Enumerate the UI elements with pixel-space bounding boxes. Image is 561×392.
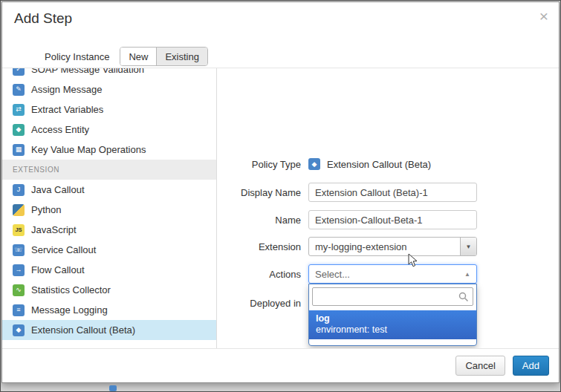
- chevron-up-icon: ▲: [464, 271, 470, 278]
- page-title: Add Step: [14, 10, 72, 27]
- policy-type-value: Extension Callout (Beta): [327, 159, 431, 170]
- policy-type-list: ✓ SOAP Message Validation ✎ Assign Messa…: [2, 68, 217, 348]
- policy-form: Policy Type ◆ Extension Callout (Beta) D…: [218, 134, 559, 314]
- sidebar-item-soap-message-validation[interactable]: ✓ SOAP Message Validation: [2, 68, 216, 79]
- sidebar-item-python[interactable]: Python: [2, 200, 216, 220]
- display-name-label: Display Name: [218, 187, 301, 198]
- key-value-map-icon: ▦: [13, 144, 25, 156]
- statistics-collector-icon: ∿: [13, 284, 25, 296]
- sidebar-item-label: Assign Message: [31, 84, 102, 95]
- name-field[interactable]: [308, 210, 477, 229]
- policy-type-icon: ◆: [308, 158, 320, 170]
- sidebar-item-javascript[interactable]: JS JavaScript: [2, 220, 216, 240]
- sidebar-item-label: Statistics Collector: [31, 284, 111, 295]
- background-page-icon: [109, 385, 117, 391]
- modal-content: ✓ SOAP Message Validation ✎ Assign Messa…: [2, 68, 559, 348]
- policy-instance-toggle: New Existing: [120, 47, 208, 66]
- sidebar-item-label: JavaScript: [31, 224, 77, 235]
- action-option-title: log: [316, 313, 470, 324]
- sidebar-item-label: Key Value Map Operations: [31, 144, 146, 155]
- extract-variables-icon: ⇄: [13, 104, 25, 116]
- extension-section-header: EXTENSION: [2, 160, 216, 180]
- add-button[interactable]: Add: [513, 356, 549, 376]
- extension-label: Extension: [218, 241, 301, 252]
- sidebar-item-label: Message Logging: [31, 304, 108, 316]
- sidebar-item-label: Extract Variables: [31, 104, 103, 115]
- action-option-subtitle: environment: test: [316, 324, 470, 336]
- modal-footer: Cancel Add: [2, 348, 559, 382]
- name-label: Name: [218, 215, 301, 226]
- sidebar-item-label: Python: [31, 204, 61, 215]
- policy-instance-row: Policy Instance New Existing: [45, 47, 208, 66]
- tab-new[interactable]: New: [120, 48, 156, 65]
- actions-select[interactable]: Select... ▲: [308, 264, 477, 284]
- sidebar-item-flow-callout[interactable]: → Flow Callout: [2, 260, 216, 280]
- message-logging-icon: ≡: [13, 304, 25, 316]
- sidebar-item-extract-variables[interactable]: ⇄ Extract Variables: [2, 99, 216, 120]
- java-callout-icon: J: [13, 184, 25, 196]
- javascript-icon: JS: [13, 224, 25, 236]
- policy-type-label: Policy Type: [218, 159, 301, 170]
- sidebar-item-label: Access Entity: [31, 124, 89, 135]
- sidebar-item-label: Extension Callout (Beta): [31, 324, 135, 336]
- actions-dropdown-panel: log environment: test: [308, 284, 477, 346]
- sidebar-item-label: Flow Callout: [31, 264, 85, 275]
- sidebar-item-label: Java Callout: [31, 184, 85, 195]
- sidebar-item-extension-callout-beta[interactable]: ◆ Extension Callout (Beta): [2, 320, 216, 340]
- assign-message-icon: ✎: [13, 84, 25, 96]
- chevron-down-icon[interactable]: ▼: [460, 238, 476, 255]
- sidebar-item-service-callout[interactable]: ☏ Service Callout: [2, 240, 216, 260]
- search-icon: [458, 292, 469, 302]
- access-entity-icon: ◆: [13, 124, 25, 136]
- extension-callout-icon: ◆: [13, 324, 25, 336]
- close-icon[interactable]: ×: [539, 8, 548, 24]
- sidebar-item-java-callout[interactable]: J Java Callout: [2, 180, 216, 200]
- sidebar-item-label: Service Callout: [31, 244, 96, 255]
- cancel-button[interactable]: Cancel: [455, 356, 505, 376]
- extension-select-value: my-logging-extension: [315, 241, 407, 252]
- sidebar-item-statistics-collector[interactable]: ∿ Statistics Collector: [2, 280, 216, 300]
- actions-select-value: Select...: [315, 269, 350, 280]
- service-callout-icon: ☏: [13, 244, 25, 256]
- extension-select[interactable]: my-logging-extension ▼: [308, 237, 477, 256]
- display-name-field[interactable]: [308, 183, 477, 202]
- sidebar-item-key-value-map-operations[interactable]: ▦ Key Value Map Operations: [2, 140, 216, 160]
- deployed-in-label: Deployed in: [218, 298, 301, 309]
- sidebar-item-message-logging[interactable]: ≡ Message Logging: [2, 300, 216, 320]
- actions-label: Actions: [218, 269, 301, 280]
- add-step-modal: Add Step × Policy Instance New Existing …: [1, 1, 560, 383]
- sidebar-item-label: SOAP Message Validation: [31, 68, 144, 75]
- soap-validation-icon: ✓: [13, 68, 25, 76]
- flow-callout-icon: →: [13, 264, 25, 276]
- actions-search-input[interactable]: [312, 287, 473, 306]
- action-option-log[interactable]: log environment: test: [309, 310, 476, 339]
- tab-existing[interactable]: Existing: [156, 48, 207, 65]
- policy-instance-label: Policy Instance: [45, 51, 109, 62]
- sidebar-item-access-entity[interactable]: ◆ Access Entity: [2, 120, 216, 140]
- python-icon: [13, 204, 25, 216]
- sidebar-item-assign-message[interactable]: ✎ Assign Message: [2, 79, 216, 99]
